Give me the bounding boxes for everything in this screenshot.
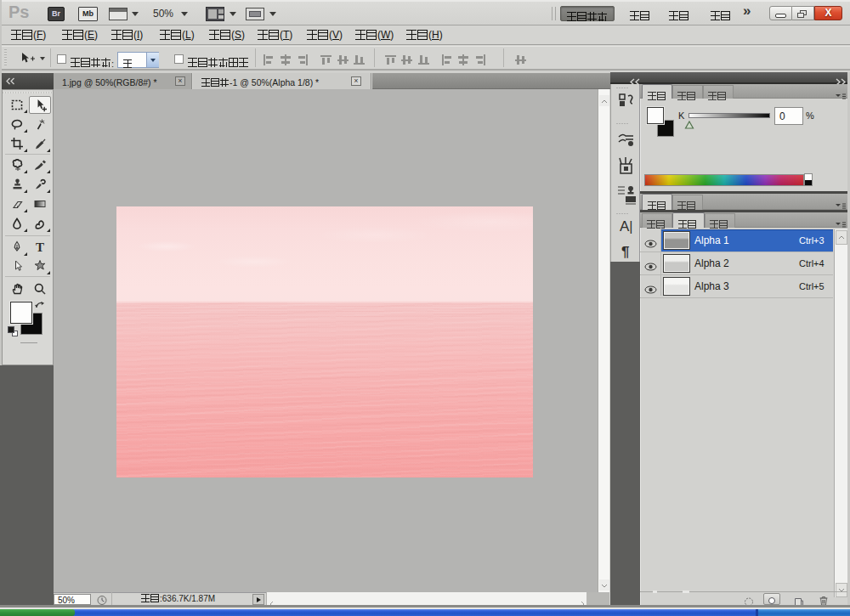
- svg-text:T: T: [36, 240, 44, 254]
